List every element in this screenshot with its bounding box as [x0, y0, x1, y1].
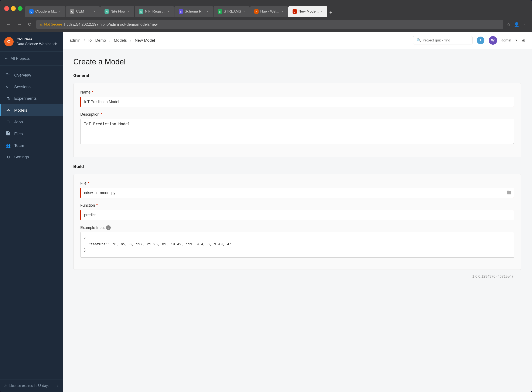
sidebar-footer: ⚠ License expires in 58 days «: [0, 379, 63, 392]
tab-cloudera[interactable]: C Cloudera M... ✕: [25, 6, 65, 17]
sidebar-item-team[interactable]: 👥 Team: [0, 140, 63, 151]
code-line-1: {: [84, 236, 511, 242]
main-content: Create a Model General Name * Descriptio…: [63, 49, 532, 392]
new-tab-button[interactable]: +: [328, 8, 334, 17]
sidebar-item-experiments[interactable]: ⚗ Experiments: [0, 93, 63, 104]
folder-icon[interactable]: [507, 191, 511, 195]
menu-icon[interactable]: ⋮: [523, 22, 527, 27]
reload-button[interactable]: ↻: [26, 20, 33, 28]
description-textarea[interactable]: IoT Prediction Model: [80, 119, 514, 144]
user-dropdown-icon[interactable]: ▾: [515, 38, 517, 42]
sidebar-item-jobs-label: Jobs: [14, 120, 23, 124]
bookmark-icon[interactable]: ☆: [507, 22, 511, 27]
all-projects-link[interactable]: ← All Projects: [0, 52, 63, 66]
minimize-button[interactable]: [11, 6, 16, 11]
breadcrumb-models[interactable]: Models: [111, 38, 130, 43]
tab-cem-favicon: C: [70, 9, 74, 14]
user-label[interactable]: admin: [501, 38, 511, 42]
top-nav: admin / IoT Demo / Models / New Model 🔍 …: [63, 32, 532, 49]
add-button[interactable]: +: [477, 37, 484, 44]
collapse-button[interactable]: «: [56, 384, 58, 388]
general-section-header: General: [73, 73, 521, 78]
tab-new-model-label: New Mode...: [299, 9, 319, 14]
tab-streams-favicon: S: [218, 9, 222, 14]
file-required: *: [88, 181, 89, 186]
description-form-group: Description * IoT Prediction Model: [80, 112, 514, 145]
tab-hue-label: Hue - Wel...: [260, 9, 279, 14]
sidebar-item-sessions[interactable]: >_ Sessions: [0, 81, 63, 93]
code-line-2: "feature": "0, 65, 0, 137, 21.95, 83, 19…: [84, 242, 511, 247]
tab-hue[interactable]: H Hue - Wel... ✕: [250, 6, 288, 17]
user-avatar[interactable]: W: [489, 36, 497, 45]
page-title: Create a Model: [73, 57, 521, 66]
models-icon: [6, 107, 11, 113]
tab-nifi-close[interactable]: ✕: [127, 10, 130, 13]
svg-point-4: [8, 109, 9, 110]
tab-streams[interactable]: S STREAMS ✕: [213, 6, 250, 17]
svg-rect-0: [6, 73, 8, 74]
license-text: License expires in 58 days: [9, 384, 50, 388]
experiments-icon: ⚗: [6, 96, 11, 101]
breadcrumb-admin[interactable]: admin: [69, 38, 84, 43]
name-form-group: Name *: [80, 90, 514, 107]
browser-titlebar: C Cloudera M... ✕ C CEM ✕ N NiFi Flow ✕ …: [0, 0, 532, 17]
tab-streams-close[interactable]: ✕: [243, 10, 245, 13]
tab-nifi-regist-close[interactable]: ✕: [167, 10, 170, 13]
logo-icon: C: [4, 37, 14, 46]
function-label: Function *: [80, 203, 514, 208]
tab-nifi-regist-favicon: N: [139, 9, 143, 14]
tab-schema[interactable]: S Schema R... ✕: [174, 6, 213, 17]
tab-cloudera-favicon: C: [29, 9, 34, 14]
project-search-box[interactable]: 🔍: [413, 36, 472, 44]
sidebar: C Cloudera Data Science Workbench ← All …: [0, 32, 63, 392]
sidebar-item-models-label: Models: [14, 108, 27, 113]
forward-button[interactable]: →: [16, 20, 23, 28]
sidebar-item-experiments-label: Experiments: [14, 96, 37, 101]
back-button[interactable]: ←: [5, 20, 12, 28]
sessions-icon: >_: [6, 85, 11, 89]
tab-hue-close[interactable]: ✕: [281, 10, 284, 13]
tab-cloudera-close[interactable]: ✕: [59, 10, 61, 13]
tab-schema-close[interactable]: ✕: [206, 10, 209, 13]
tab-nifi-regist-label: NiFi Regist...: [145, 9, 166, 14]
tab-schema-favicon: S: [179, 9, 183, 14]
tab-new-model[interactable]: C New Mode... ✕: [288, 6, 327, 17]
tab-nifi-regist[interactable]: N NiFi Regist... ✕: [135, 6, 174, 17]
profile-icon[interactable]: 👤: [514, 22, 519, 27]
sidebar-item-settings-label: Settings: [14, 155, 29, 159]
top-nav-right: 🔍 + W admin ▾ ⊞: [413, 36, 525, 45]
tab-schema-label: Schema R...: [185, 9, 205, 14]
example-input-code[interactable]: { "feature": "0, 65, 0, 137, 21.95, 83, …: [80, 232, 514, 258]
tab-hue-favicon: H: [254, 9, 259, 14]
grid-icon[interactable]: ⊞: [521, 38, 525, 43]
url-box[interactable]: ⚠ Not Secure | cdsw.54.202.2.197.nip.io/…: [36, 20, 503, 29]
function-input[interactable]: [80, 210, 514, 220]
tabs-bar: C Cloudera M... ✕ C CEM ✕ N NiFi Flow ✕ …: [25, 0, 528, 17]
sidebar-item-jobs[interactable]: ⏱ Jobs: [0, 116, 63, 128]
all-projects-label: All Projects: [11, 56, 30, 61]
function-required: *: [96, 203, 98, 208]
search-input[interactable]: [423, 38, 469, 42]
url-text: cdsw.54.202.2.197.nip.io/admin/iot-demo/…: [66, 22, 157, 27]
tab-cem-close[interactable]: ✕: [93, 10, 96, 13]
tab-cem[interactable]: C CEM ✕: [66, 6, 100, 17]
name-input[interactable]: [80, 97, 514, 107]
help-icon[interactable]: ?: [106, 225, 111, 230]
file-input[interactable]: [80, 188, 514, 198]
sidebar-item-settings[interactable]: ⚙ Settings: [0, 151, 63, 163]
breadcrumb-iot-demo[interactable]: IoT Demo: [85, 38, 109, 43]
code-line-3: }: [84, 247, 511, 253]
maximize-button[interactable]: [18, 6, 23, 11]
sidebar-item-overview[interactable]: Overview: [0, 69, 63, 81]
tab-new-model-close[interactable]: ✕: [320, 10, 323, 13]
app-body: C Cloudera Data Science Workbench ← All …: [0, 32, 532, 392]
security-warning-icon: ⚠: [40, 23, 42, 27]
build-form-card: File * Function *: [73, 174, 521, 270]
svg-rect-1: [6, 74, 10, 75]
sidebar-item-models[interactable]: Models: [0, 104, 63, 116]
name-label: Name *: [80, 90, 514, 95]
tab-nifi-flow[interactable]: N NiFi Flow ✕: [100, 6, 134, 17]
sidebar-item-sessions-label: Sessions: [14, 85, 31, 89]
close-button[interactable]: [4, 6, 9, 11]
sidebar-item-files[interactable]: Files: [0, 128, 63, 140]
